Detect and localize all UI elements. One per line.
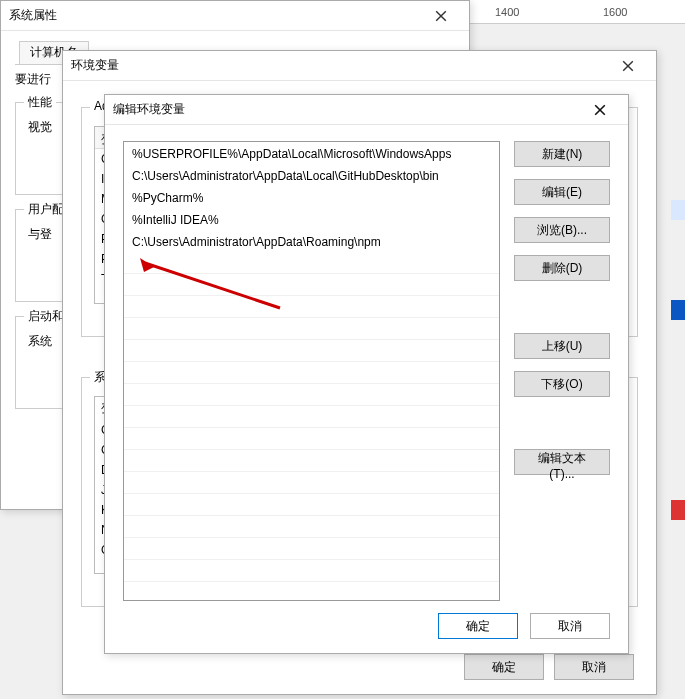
path-list-empty-row[interactable] — [124, 472, 499, 494]
close-icon — [622, 60, 634, 72]
path-list-empty-row[interactable] — [124, 340, 499, 362]
edit-button[interactable]: 编辑(E) — [514, 179, 610, 205]
path-list-item[interactable]: C:\Users\Administrator\AppData\Roaming\n… — [124, 230, 499, 252]
ruler: 1400 1600 — [455, 0, 685, 24]
path-list-empty-row[interactable] — [124, 384, 499, 406]
move-down-button[interactable]: 下移(O) — [514, 371, 610, 397]
d2-titlebar[interactable]: 环境变量 — [63, 51, 656, 81]
ruler-tick-1400: 1400 — [495, 6, 519, 18]
path-list-empty-row[interactable] — [124, 428, 499, 450]
d2-ok-button[interactable]: 确定 — [464, 654, 544, 680]
path-list-empty-row[interactable] — [124, 494, 499, 516]
new-button[interactable]: 新建(N) — [514, 141, 610, 167]
path-list-empty-row[interactable] — [124, 252, 499, 274]
d2-title: 环境变量 — [71, 57, 608, 74]
delete-button[interactable]: 删除(D) — [514, 255, 610, 281]
ruler-tick-1600: 1600 — [603, 6, 627, 18]
path-list-empty-row[interactable] — [124, 538, 499, 560]
d3-titlebar[interactable]: 编辑环境变量 — [105, 95, 628, 125]
d1-titlebar[interactable]: 系统属性 — [1, 1, 469, 31]
background-app-strip — [671, 200, 685, 600]
path-list-empty-row[interactable] — [124, 274, 499, 296]
d3-title: 编辑环境变量 — [113, 101, 580, 118]
path-list-empty-row[interactable] — [124, 296, 499, 318]
path-list-empty-row[interactable] — [124, 406, 499, 428]
path-list-item[interactable]: %IntelliJ IDEA% — [124, 208, 499, 230]
path-list-item[interactable]: C:\Users\Administrator\AppData\Local\Git… — [124, 164, 499, 186]
group-performance-label: 性能 — [24, 94, 56, 111]
move-up-button[interactable]: 上移(U) — [514, 333, 610, 359]
close-icon — [594, 104, 606, 116]
path-list-item[interactable]: %PyCharm% — [124, 186, 499, 208]
edit-text-button[interactable]: 编辑文本(T)... — [514, 449, 610, 475]
d1-close-button[interactable] — [421, 2, 461, 30]
path-list[interactable]: %USERPROFILE%\AppData\Local\Microsoft\Wi… — [123, 141, 500, 601]
d3-ok-button[interactable]: 确定 — [438, 613, 518, 639]
d3-cancel-button[interactable]: 取消 — [530, 613, 610, 639]
d2-close-button[interactable] — [608, 52, 648, 80]
path-list-empty-row[interactable] — [124, 362, 499, 384]
d2-cancel-button[interactable]: 取消 — [554, 654, 634, 680]
d3-close-button[interactable] — [580, 96, 620, 124]
browse-button[interactable]: 浏览(B)... — [514, 217, 610, 243]
edit-env-variable-dialog: 编辑环境变量 %USERPROFILE%\AppData\Local\Micro… — [104, 94, 629, 654]
path-list-empty-row[interactable] — [124, 560, 499, 582]
path-list-empty-row[interactable] — [124, 318, 499, 340]
path-list-empty-row[interactable] — [124, 450, 499, 472]
d1-title: 系统属性 — [9, 7, 421, 24]
path-list-item[interactable]: %USERPROFILE%\AppData\Local\Microsoft\Wi… — [124, 142, 499, 164]
close-icon — [435, 10, 447, 22]
path-list-empty-row[interactable] — [124, 516, 499, 538]
